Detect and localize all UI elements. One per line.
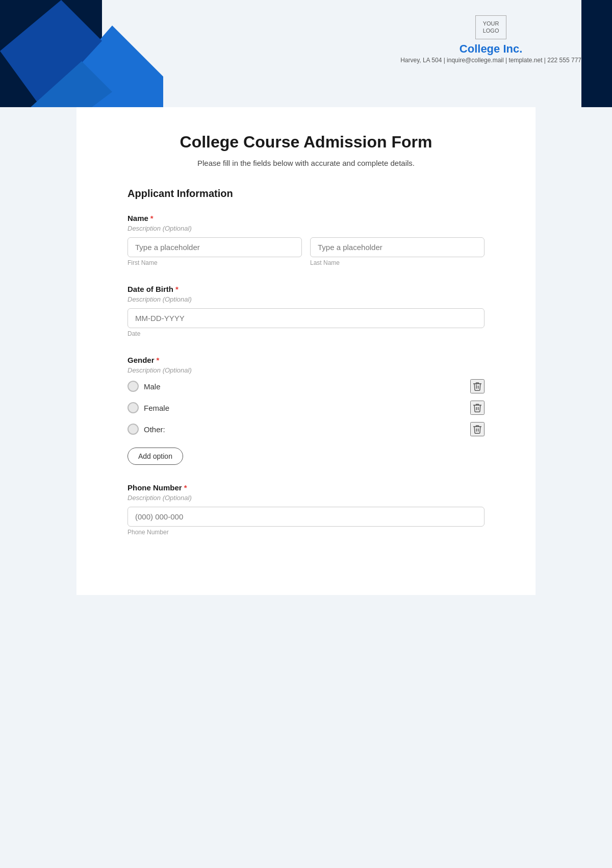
field-label-name: Name* [128, 214, 484, 222]
last-name-input[interactable] [310, 237, 484, 257]
radio-circle-male[interactable] [128, 381, 139, 392]
radio-circle-female[interactable] [128, 402, 139, 413]
radio-option-other: Other: [128, 422, 484, 436]
radio-circle-other[interactable] [128, 424, 139, 435]
phone-input[interactable] [128, 507, 484, 527]
field-group-name: Name* Description (Optional) First Name … [128, 214, 484, 266]
header-right-decoration [581, 0, 612, 107]
last-name-sublabel: Last Name [310, 259, 484, 266]
radio-left-female: Female [128, 402, 169, 413]
name-input-row: First Name Last Name [128, 237, 484, 266]
required-star-name: * [150, 214, 154, 222]
last-name-wrapper: Last Name [310, 237, 484, 266]
radio-label-female: Female [144, 404, 169, 412]
required-star-dob: * [175, 285, 178, 293]
field-label-dob: Date of Birth* [128, 285, 484, 293]
required-star-phone: * [184, 483, 187, 492]
first-name-wrapper: First Name [128, 237, 302, 266]
field-label-phone: Phone Number* [128, 483, 484, 492]
form-title: College Course Admission Form [128, 133, 484, 152]
dob-wrapper: Date [128, 308, 484, 337]
section-title: Applicant Information [128, 188, 484, 200]
header-logo-area: YOUR LOGO College Inc. Harvey, LA 504 | … [400, 15, 581, 64]
radio-label-male: Male [144, 382, 161, 391]
field-description-name: Description (Optional) [128, 225, 484, 232]
field-group-phone: Phone Number* Description (Optional) Pho… [128, 483, 484, 536]
field-group-gender: Gender* Description (Optional) Male [128, 356, 484, 465]
radio-label-other: Other: [144, 425, 165, 434]
first-name-input[interactable] [128, 237, 302, 257]
form-subtitle: Please fill in the fields below with acc… [128, 159, 484, 167]
radio-left-male: Male [128, 381, 161, 392]
logo-box: YOUR LOGO [475, 15, 507, 39]
delete-other-button[interactable] [470, 422, 484, 436]
page-header: YOUR LOGO College Inc. Harvey, LA 504 | … [0, 0, 612, 107]
main-form-area: College Course Admission Form Please fil… [76, 107, 536, 595]
college-address: Harvey, LA 504 | inquire@college.mail | … [400, 57, 581, 64]
field-description-gender: Description (Optional) [128, 366, 484, 374]
add-option-button[interactable]: Add option [128, 448, 183, 465]
dob-input[interactable] [128, 308, 484, 328]
field-label-gender: Gender* [128, 356, 484, 364]
field-group-dob: Date of Birth* Description (Optional) Da… [128, 285, 484, 337]
header-shapes [0, 0, 163, 107]
phone-input-row: Phone Number [128, 507, 484, 536]
required-star-gender: * [157, 356, 160, 364]
radio-option-female: Female [128, 401, 484, 415]
dob-input-row: Date [128, 308, 484, 337]
dob-sublabel: Date [128, 330, 484, 337]
field-description-phone: Description (Optional) [128, 494, 484, 502]
phone-wrapper: Phone Number [128, 507, 484, 536]
phone-sublabel: Phone Number [128, 529, 484, 536]
radio-left-other: Other: [128, 424, 165, 435]
field-description-dob: Description (Optional) [128, 295, 484, 303]
first-name-sublabel: First Name [128, 259, 302, 266]
college-name: College Inc. [400, 42, 581, 56]
delete-male-button[interactable] [470, 379, 484, 393]
radio-option-male: Male [128, 379, 484, 393]
delete-female-button[interactable] [470, 401, 484, 415]
